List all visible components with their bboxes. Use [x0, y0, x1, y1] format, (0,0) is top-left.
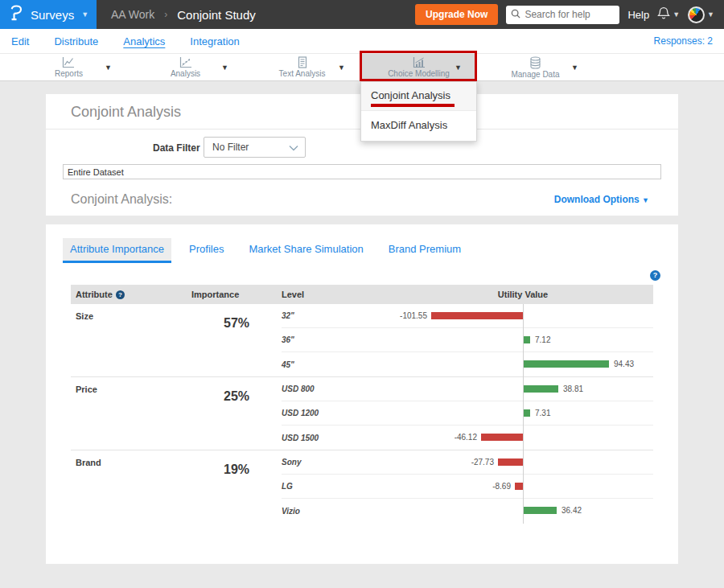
- results-tabs: Attribute Importance Profiles Market Sha…: [46, 224, 678, 263]
- importance-value: 25%: [191, 377, 282, 450]
- survey-nav-bar: Edit Distribute Analytics Integration Re…: [0, 29, 724, 53]
- nav-integration[interactable]: Integration: [190, 35, 239, 47]
- help-link[interactable]: Help: [627, 9, 649, 21]
- download-options-button[interactable]: Download Options ▼: [554, 183, 649, 216]
- level-row: Sony-27.73: [282, 450, 653, 475]
- level-row: USD 12007.31: [282, 401, 653, 426]
- utility-bar: [431, 312, 523, 319]
- toolbar-text-analysis[interactable]: Text Analysis ▼: [244, 54, 360, 80]
- breadcrumb-study-title: Conjoint Study: [177, 8, 256, 22]
- tab-market-share-simulation[interactable]: Market Share Simulation: [241, 238, 370, 263]
- importance-value: 19%: [191, 450, 282, 523]
- annotation-underline: [371, 104, 455, 107]
- chevron-down-icon: ▼: [571, 64, 578, 72]
- level-label: LG: [282, 482, 338, 491]
- data-filter-select[interactable]: No Filter: [204, 137, 306, 158]
- chevron-down-icon: ▼: [81, 11, 88, 19]
- notifications-button[interactable]: ▼: [657, 6, 680, 23]
- axis-line: [523, 475, 524, 500]
- utility-value-label: 36.42: [562, 506, 582, 515]
- tab-profiles[interactable]: Profiles: [182, 238, 231, 263]
- upgrade-now-button[interactable]: Upgrade Now: [415, 4, 498, 25]
- utility-value-label: 38.81: [563, 384, 583, 393]
- utility-bar: [481, 434, 523, 441]
- level-rows: Sony-27.73LG-8.69Vizio36.42: [282, 450, 653, 523]
- attribute-table-body: Size57%32"-101.5536"7.1245"94.43Price25%…: [71, 304, 653, 523]
- column-header-attribute: Attribute?: [71, 290, 191, 299]
- attribute-group: Brand19%Sony-27.73LG-8.69Vizio36.42: [71, 450, 653, 523]
- utility-bar-chart: 7.31: [338, 401, 653, 426]
- search-input[interactable]: [524, 9, 613, 20]
- level-rows: 32"-101.5536"7.1245"94.43: [282, 304, 653, 376]
- scatter-chart-icon: [179, 56, 192, 68]
- utility-bar: [524, 385, 558, 393]
- utility-value-label: -46.12: [455, 433, 477, 442]
- surveys-product-menu[interactable]: Surveys ▼: [0, 0, 97, 29]
- data-filter-value: No Filter: [212, 142, 289, 153]
- analytics-toolbar: Reports ▼ Analysis ▼: [0, 53, 724, 81]
- attribute-name: Size: [71, 304, 191, 376]
- database-icon: [529, 56, 541, 69]
- account-menu[interactable]: ▼: [688, 6, 714, 23]
- menu-item-maxdiff-analysis[interactable]: MaxDiff Analysis: [361, 111, 476, 141]
- attribute-group: Price25%USD 80038.81USD 12007.31USD 1500…: [71, 376, 653, 450]
- utility-value-label: 7.12: [535, 335, 550, 344]
- level-row: 36"7.12: [282, 328, 653, 352]
- help-search-box[interactable]: [506, 6, 619, 24]
- utility-bar-chart: -27.73: [338, 450, 653, 475]
- level-label: Vizio: [282, 507, 338, 516]
- utility-bar-chart: -46.12: [338, 426, 653, 450]
- nav-distribute[interactable]: Distribute: [54, 35, 98, 47]
- utility-bar: [524, 360, 609, 368]
- level-row: USD 80038.81: [282, 377, 653, 401]
- utility-value-label: -27.73: [471, 458, 494, 467]
- toolbar-choice-modelling[interactable]: Choice Modelling ▼: [360, 54, 477, 80]
- level-row: LG-8.69: [282, 475, 653, 499]
- level-label: USD 800: [282, 384, 338, 393]
- conjoint-results-card: Attribute Importance Profiles Market Sha…: [46, 224, 678, 564]
- toolbar-reports[interactable]: Reports ▼: [10, 54, 127, 80]
- chevron-down-icon: ▼: [338, 64, 345, 72]
- utility-bar-chart: 36.42: [338, 499, 653, 523]
- attribute-name: Price: [71, 377, 191, 450]
- chevron-down-icon: ▼: [673, 11, 680, 19]
- utility-value-label: -101.55: [400, 311, 427, 320]
- level-label: USD 1200: [282, 409, 338, 417]
- axis-line: [523, 304, 524, 329]
- column-header-level: Level: [282, 290, 338, 299]
- dataset-name-input[interactable]: [63, 164, 661, 179]
- utility-bar-chart: 7.12: [338, 328, 653, 352]
- data-filter-label: Data Filter: [153, 142, 200, 154]
- attribute-name: Brand: [71, 450, 191, 523]
- product-label: Surveys: [31, 8, 74, 22]
- utility-value-label: 94.43: [614, 360, 634, 368]
- nav-edit[interactable]: Edit: [11, 35, 29, 47]
- table-header-row: Attribute? Importance Level Utility Valu…: [71, 285, 653, 304]
- help-icon[interactable]: ?: [650, 270, 660, 281]
- utility-value-label: -8.69: [492, 482, 511, 491]
- importance-value: 57%: [191, 304, 282, 376]
- level-rows: USD 80038.81USD 12007.31USD 1500-46.12: [282, 377, 653, 450]
- bar-trend-icon: [413, 56, 426, 68]
- document-icon: [297, 56, 308, 68]
- utility-bar-chart: 94.43: [338, 352, 653, 376]
- questionpro-logo-icon: [10, 5, 23, 24]
- nav-analytics[interactable]: Analytics: [123, 35, 165, 47]
- menu-item-conjoint-analysis[interactable]: Conjoint Analysis: [361, 82, 476, 111]
- toolbar-analysis[interactable]: Analysis ▼: [127, 54, 244, 80]
- chevron-down-icon: ▼: [642, 196, 649, 204]
- toolbar-manage-data[interactable]: Manage Data ▼: [477, 54, 594, 80]
- utility-bar-chart: -8.69: [338, 475, 653, 499]
- chevron-down-icon: ▼: [455, 64, 462, 72]
- tab-attribute-importance[interactable]: Attribute Importance: [63, 238, 171, 263]
- level-label: USD 1500: [282, 434, 338, 442]
- level-row: 45"94.43: [282, 352, 653, 376]
- attribute-importance-table: Attribute? Importance Level Utility Valu…: [71, 285, 653, 523]
- tab-brand-premium[interactable]: Brand Premium: [381, 238, 468, 263]
- help-icon[interactable]: ?: [116, 290, 125, 299]
- responses-count: Responses: 2: [654, 35, 713, 47]
- breadcrumb: AA Work › Conjoint Study: [111, 8, 256, 22]
- breadcrumb-folder[interactable]: AA Work: [111, 8, 154, 21]
- avatar: [688, 6, 705, 23]
- chevron-down-icon: ▼: [105, 64, 112, 72]
